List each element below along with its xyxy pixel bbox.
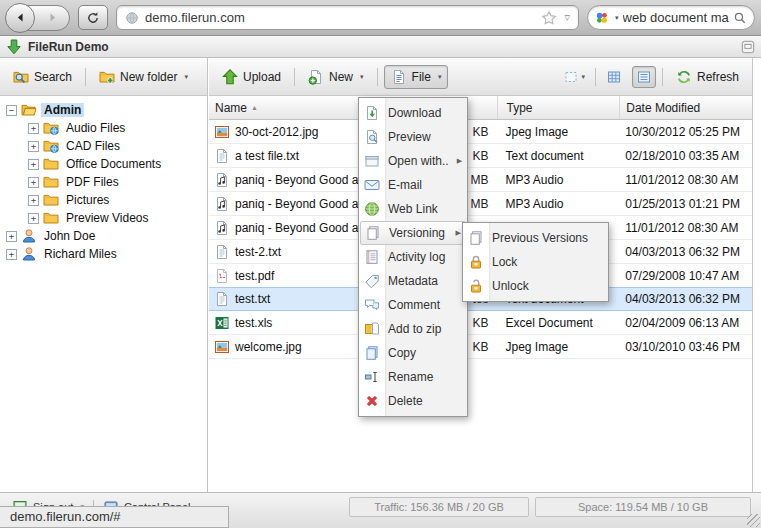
upload-button[interactable]: Upload bbox=[215, 65, 288, 89]
menu-item-download[interactable]: Download bbox=[359, 101, 467, 125]
new-folder-button[interactable]: New folder ▾ bbox=[92, 65, 195, 89]
search-magnifier-icon[interactable] bbox=[733, 11, 747, 25]
file-type: Jpeg Image bbox=[497, 125, 619, 139]
search-input[interactable]: web document mana bbox=[623, 10, 729, 25]
site-globe-icon bbox=[125, 11, 139, 25]
new-file-icon bbox=[308, 69, 324, 85]
tree-item-label: Pictures bbox=[63, 193, 112, 207]
browser-status-tooltip: demo.filerun.com/# bbox=[0, 506, 229, 528]
file-name: test.xls bbox=[235, 316, 272, 330]
image-icon bbox=[214, 124, 230, 140]
menu-item-activity-log[interactable]: Activity log bbox=[359, 245, 467, 269]
file-row-a-test-file-txt[interactable]: a test file.txtKBText document02/18/2010… bbox=[209, 144, 752, 168]
search-engine-dropdown-icon[interactable]: ▾ bbox=[615, 14, 619, 22]
file-row-welcome-jpg[interactable]: welcome.jpgKBJpeg Image03/10/2010 03:46 … bbox=[209, 335, 752, 359]
menu-item-comment[interactable]: Comment bbox=[359, 293, 467, 317]
toolbar-separator bbox=[85, 68, 86, 86]
space-meter: Space: 119.54 MB / 10 GB bbox=[535, 497, 751, 517]
menu-item-label: Open with.. bbox=[388, 154, 449, 168]
tree-item-pictures[interactable]: +Pictures bbox=[0, 191, 207, 209]
submenu-arrow-icon: ▶ bbox=[457, 157, 462, 165]
file-name: a test file.txt bbox=[235, 149, 299, 163]
toolbar-separator bbox=[294, 68, 295, 86]
tree-item-cad-files[interactable]: +CAD Files bbox=[0, 137, 207, 155]
file-row-paniq-beyond-good-and[interactable]: paniq - Beyond Good andMBMP3 Audio01/25/… bbox=[209, 192, 752, 216]
file-menu-button[interactable]: File ▾ bbox=[384, 65, 449, 89]
file-date-modified: 07/29/2008 10:47 AM bbox=[619, 269, 752, 283]
tree-item-admin[interactable]: −Admin bbox=[0, 101, 207, 119]
versions-icon bbox=[468, 230, 484, 246]
expand-icon[interactable]: + bbox=[28, 213, 39, 224]
new-button[interactable]: New ▾ bbox=[301, 65, 371, 89]
menu-item-unlock[interactable]: Unlock bbox=[463, 274, 608, 298]
menu-item-preview[interactable]: Preview bbox=[359, 125, 467, 149]
column-header-date-modified[interactable]: Date Modified bbox=[619, 96, 752, 119]
selection-dropdown-icon[interactable]: ▾ bbox=[581, 73, 585, 81]
selection-mode-button[interactable]: ▾ bbox=[559, 66, 589, 88]
expand-icon[interactable]: + bbox=[28, 123, 39, 134]
file-dropdown-icon[interactable]: ▾ bbox=[438, 73, 442, 81]
expand-icon[interactable]: + bbox=[28, 141, 39, 152]
menu-item-copy[interactable]: Copy bbox=[359, 341, 467, 365]
menu-item-previous-versions[interactable]: Previous Versions bbox=[463, 226, 608, 250]
left-panel: Search New folder ▾ −Admin+Audio Files+C… bbox=[0, 58, 208, 492]
forward-button[interactable] bbox=[35, 11, 69, 24]
url-bar[interactable]: demo.filerun.com ▽ bbox=[116, 5, 579, 30]
menu-item-versioning[interactable]: Versioning▶ bbox=[360, 221, 466, 245]
tree-item-john-doe[interactable]: +John Doe bbox=[0, 227, 207, 245]
back-icon bbox=[14, 11, 27, 24]
refresh-button[interactable]: Refresh bbox=[669, 65, 746, 89]
list-view-button[interactable] bbox=[632, 66, 656, 88]
new-folder-dropdown-icon[interactable]: ▾ bbox=[184, 73, 188, 81]
tree-item-pdf-files[interactable]: +PDF Files bbox=[0, 173, 207, 191]
tree-item-audio-files[interactable]: +Audio Files bbox=[0, 119, 207, 137]
file-date-modified: 10/30/2012 05:25 PM bbox=[619, 125, 752, 139]
file-row-30-oct-2012-jpg[interactable]: 30-oct-2012.jpgKBJpeg Image10/30/2012 05… bbox=[209, 120, 752, 144]
text-icon bbox=[214, 244, 230, 260]
menu-item-rename[interactable]: Rename bbox=[359, 365, 467, 389]
bookmark-star-icon[interactable] bbox=[541, 10, 557, 26]
upload-icon bbox=[222, 69, 238, 85]
new-dropdown-icon[interactable]: ▾ bbox=[360, 73, 364, 81]
expand-icon[interactable]: + bbox=[28, 159, 39, 170]
menu-item-e-mail[interactable]: E-mail bbox=[359, 173, 467, 197]
reload-button[interactable] bbox=[78, 5, 108, 30]
menu-item-open-with[interactable]: Open with..▶ bbox=[359, 149, 467, 173]
menu-item-add-to-zip[interactable]: Add to zip bbox=[359, 317, 467, 341]
file-row-test-xls[interactable]: test.xlsKBExcel Document02/04/2009 06:13… bbox=[209, 311, 752, 335]
page-title: FileRun Demo bbox=[28, 40, 109, 54]
tree-item-richard-miles[interactable]: +Richard Miles bbox=[0, 245, 207, 263]
browser-toolbar: demo.filerun.com ▽ ▾ web document mana bbox=[0, 0, 761, 36]
search-button[interactable]: Search bbox=[6, 65, 79, 89]
window-resize-grip[interactable] bbox=[747, 514, 760, 527]
tree-item-preview-videos[interactable]: +Preview Videos bbox=[0, 209, 207, 227]
file-name: welcome.jpg bbox=[235, 340, 302, 354]
menu-item-lock[interactable]: Lock bbox=[463, 250, 608, 274]
back-button[interactable] bbox=[5, 3, 35, 33]
file-date-modified: 11/01/2012 08:30 AM bbox=[619, 221, 752, 235]
new-folder-button-label: New folder bbox=[120, 70, 177, 84]
tree-item-office-documents[interactable]: +Office Documents bbox=[0, 155, 207, 173]
toolbar-separator bbox=[662, 68, 663, 86]
tree-item-label: Richard Miles bbox=[41, 247, 120, 261]
collapse-icon[interactable]: − bbox=[6, 105, 17, 116]
menu-item-delete[interactable]: Delete bbox=[359, 389, 467, 413]
expand-icon[interactable]: + bbox=[6, 249, 17, 260]
file-menu: DownloadPreviewOpen with..▶E-mailWeb Lin… bbox=[358, 97, 468, 417]
menu-item-label: Copy bbox=[388, 346, 416, 360]
search-box[interactable]: ▾ web document mana bbox=[587, 5, 755, 30]
menu-item-web-link[interactable]: Web Link bbox=[359, 197, 467, 221]
expand-icon[interactable]: + bbox=[28, 177, 39, 188]
grid-view-button[interactable] bbox=[602, 66, 626, 88]
expand-icon[interactable]: + bbox=[6, 231, 17, 242]
file-row-paniq-beyond-good-and[interactable]: paniq - Beyond Good andMBMP3 Audio11/01/… bbox=[209, 168, 752, 192]
panel-toggle-button[interactable] bbox=[741, 40, 755, 54]
reload-icon bbox=[86, 11, 100, 25]
file-page-icon bbox=[391, 69, 407, 85]
menu-item-metadata[interactable]: Metadata bbox=[359, 269, 467, 293]
expand-icon[interactable]: + bbox=[28, 195, 39, 206]
submenu-arrow-icon: ▶ bbox=[456, 229, 461, 237]
audio-icon bbox=[214, 196, 230, 212]
url-dropdown-icon[interactable]: ▽ bbox=[565, 14, 570, 22]
column-header-type[interactable]: Type bbox=[497, 96, 619, 119]
